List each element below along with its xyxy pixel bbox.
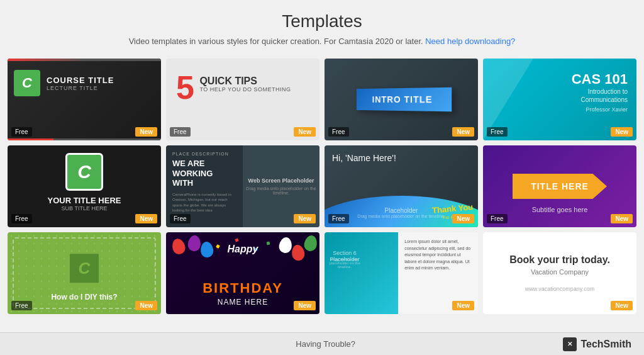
camtasia-logo: C [68, 252, 101, 285]
badge-new: New [452, 127, 474, 137]
card-subtitle: SUB TITLE HERE [8, 205, 161, 211]
badge-new: New [294, 127, 316, 137]
card-content: C YOUR TITLE HERE SUB TITLE HERE [8, 153, 161, 211]
techsmith-icon: ✕ [563, 337, 577, 351]
help-link[interactable]: Need help downloading? [425, 37, 515, 46]
template-card-vacation[interactable]: Book your trip today. Vacation Company w… [483, 232, 636, 314]
badge-new: New [611, 301, 633, 310]
badge-new: New [294, 214, 316, 223]
footer-logo: ✕ TechSmith [563, 337, 631, 351]
drag-label: Drag media onto placeholder on the timel… [327, 257, 362, 269]
main-text: WE AREWORKINGWITH [172, 159, 236, 188]
badge-free: Free [328, 127, 349, 137]
template-card-quick-tips[interactable]: 5 QUICK TIPS TO HELP YOU DO SOMETHING Fr… [166, 59, 319, 140]
book-text: Book your trip today. [509, 254, 610, 266]
badge-free: Free [11, 301, 32, 310]
template-card-diy[interactable]: C How do I DIY this? Free New [8, 232, 161, 314]
card-title: YOUR TITLE HERE [8, 196, 161, 205]
diy-text: How do I DIY this? [8, 293, 161, 301]
badge-new: New [294, 301, 316, 310]
template-card-cas101[interactable]: CAS 101 Introduction toCommunications Pr… [483, 59, 636, 140]
templates-grid: C COURSE TITLE LECTURE TITLE Free New 5 … [0, 52, 644, 317]
website-text: www.vacationcompany.com [525, 286, 594, 292]
camtasia-logo-big: C [65, 153, 103, 191]
happy-text: Happy [166, 244, 319, 255]
arrow-body: TITLE HERE [513, 174, 607, 199]
badge-free: Free [487, 214, 508, 223]
template-card-course-title[interactable]: C COURSE TITLE LECTURE TITLE Free New [8, 59, 161, 140]
text-area: CAS 101 Introduction toCommunications Pr… [572, 71, 628, 113]
lorem-text: Lorem ipsum dolor sit amet, consectetur … [404, 239, 472, 272]
card-content: 5 QUICK TIPS TO HELP YOU DO SOMETHING [166, 59, 319, 116]
subtitle-text: Subtitle goes here [483, 206, 636, 213]
template-card-section[interactable]: Section 6 Placeholder Drag media onto pl… [325, 232, 478, 314]
header-subtitle: Video templates in various styles for qu… [13, 37, 631, 46]
header: Templates Video templates in various sty… [0, 0, 644, 52]
company-text: Vacation Company [531, 268, 589, 276]
camtasia-logo: C [14, 70, 40, 96]
template-card-hi-name[interactable]: Hi, 'Name Here'! Placeholder Drag media … [325, 145, 478, 227]
template-card-intro-title[interactable]: INTRO TITLE Free New [325, 59, 478, 140]
badge-new: New [452, 214, 474, 223]
body-text: CameraPhone is currently based in Owosso… [172, 192, 236, 213]
course-name: Introduction toCommunications [572, 87, 628, 104]
badge-new: New [135, 301, 157, 310]
template-card-working-with[interactable]: PLACE DESCRIPTION WE AREWORKINGWITH Came… [166, 145, 319, 227]
course-code: CAS 101 [572, 71, 628, 87]
card-content: C COURSE TITLE LECTURE TITLE [8, 61, 161, 105]
card-subtitle: LECTURE TITLE [47, 85, 114, 91]
badge-new: New [611, 214, 633, 223]
badge-free: Free [170, 214, 191, 223]
badge-free: Free [170, 127, 191, 137]
footer: Having Trouble? ✕ TechSmith [0, 332, 644, 355]
badge-new: New [135, 214, 157, 223]
tip-line1: QUICK TIPS [199, 76, 291, 86]
ribbon-title: INTRO TITLE [357, 87, 452, 112]
card-title: COURSE TITLE [47, 76, 114, 85]
tip-line2: TO HELP YOU DO SOMETHING [199, 86, 291, 93]
professor: Professor Xavier [572, 106, 628, 113]
badge-new: New [452, 301, 474, 310]
arrow-title: TITLE HERE [531, 181, 589, 191]
left-background: Section 6 Placeholder Drag media onto pl… [325, 232, 398, 314]
tip-text: QUICK TIPS TO HELP YOU DO SOMETHING [199, 76, 291, 93]
template-card-your-title[interactable]: C YOUR TITLE HERE SUB TITLE HERE Free Ne… [8, 145, 161, 227]
text-block: COURSE TITLE LECTURE TITLE [47, 76, 114, 91]
badge-new: New [611, 127, 633, 137]
big-number: 5 [176, 71, 194, 104]
footer-trouble[interactable]: Having Trouble? [88, 339, 563, 349]
drag-label: Drag media onto placeholder on the timel… [243, 186, 319, 195]
birthday-text: BIRTHDAY [166, 280, 319, 296]
screen-label: Web Screen Placeholder [248, 178, 314, 184]
page-wrapper: Templates Video templates in various sty… [0, 0, 644, 317]
badge-free: Free [487, 127, 508, 137]
badge-free: Free [328, 214, 349, 223]
hi-text: Hi, 'Name Here'! [332, 153, 396, 163]
template-card-title-here[interactable]: TITLE HERE Subtitle goes here Free New [483, 145, 636, 227]
place-desc: PLACE DESCRIPTION [172, 152, 236, 156]
bottom-bar [8, 138, 161, 140]
page-title: Templates [13, 11, 631, 31]
badge-new: New [135, 127, 157, 137]
badge-free: Free [11, 214, 32, 223]
badge-free: Free [11, 127, 32, 137]
arrow-shape: TITLE HERE [513, 167, 607, 205]
techsmith-label: TechSmith [580, 339, 631, 350]
template-card-birthday[interactable]: Happy BIRTHDAY NAME HERE New [166, 232, 319, 314]
